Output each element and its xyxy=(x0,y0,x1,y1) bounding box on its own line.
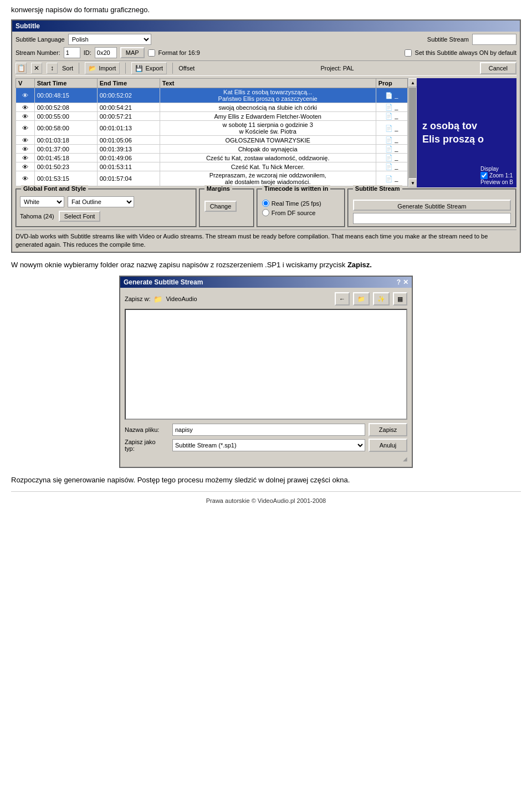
row-eye-cell: 👁 xyxy=(16,145,35,154)
cancel-button[interactable]: Cancel xyxy=(480,62,516,74)
font-style-dropdown[interactable]: Fat Outline xyxy=(68,196,134,207)
row-eye-cell: 👁 xyxy=(16,171,35,186)
grid-button[interactable]: ▦ xyxy=(393,292,407,306)
real-time-radio[interactable] xyxy=(262,200,269,207)
stream-section-legend: Subtitle Stream xyxy=(353,185,402,192)
back-button[interactable]: ← xyxy=(335,292,350,306)
table-row[interactable]: 👁00:01:45:1800:01:49:06Cześć tu Kat, zos… xyxy=(16,154,408,162)
row-end-time: 00:00:54:21 xyxy=(97,103,160,112)
table-row[interactable]: 👁00:00:52:0800:00:54:21swoją obecnością … xyxy=(16,103,408,112)
row-eye-cell: 👁 xyxy=(16,103,35,112)
row-prop: 📄 _ xyxy=(376,136,407,145)
timecode-section: Timecode is written in Real Time (25 fps… xyxy=(257,189,345,227)
export-button[interactable]: 💾 Export xyxy=(131,62,167,74)
subtitle-stream-section: Subtitle Stream Generate Subtitle Stream xyxy=(347,189,516,227)
df-source-option[interactable]: From DF source xyxy=(262,209,340,216)
row-text: Amy Ellis z Edwardem Fletcher-Wooten xyxy=(160,112,376,121)
table-row[interactable]: 👁00:00:58:0000:01:01:13w sobotę 11 sierp… xyxy=(16,121,408,136)
row-end-time: 00:01:53:11 xyxy=(97,162,160,171)
filetype-label: Zapisz jako typ: xyxy=(125,439,169,452)
page-content: konwersję napisów do formatu graficznego… xyxy=(0,0,532,521)
font-color-dropdown[interactable]: White xyxy=(20,196,64,207)
subtitle-window-body: Subtitle Language Polish Subtitle Stream… xyxy=(12,32,520,252)
df-source-radio[interactable] xyxy=(262,209,269,216)
gen-top-row: Zapisz w: 📁 VideoAudio ← 📁 ✨ ▦ xyxy=(125,292,407,306)
col-start: Start Time xyxy=(34,79,97,88)
filetype-dropdown[interactable]: Subtitle Stream (*.sp1) xyxy=(172,439,365,451)
row-start-time: 00:01:50:23 xyxy=(34,162,97,171)
para1-text: W nowym oknie wybieramy folder oraz nazw… xyxy=(11,261,347,269)
toolbar-row: 📋 ✕ ↕ Sort 📂 Import 💾 Export Offset Proj… xyxy=(16,60,516,76)
language-dropdown[interactable]: Polish xyxy=(68,34,151,45)
import-button[interactable]: 📂 Import xyxy=(85,62,120,74)
scroll-down-arrow[interactable]: ▼ xyxy=(408,179,417,187)
folder-value: VideoAudio xyxy=(166,296,197,302)
font-name-display: Tahoma (24) xyxy=(20,213,54,220)
id-field[interactable] xyxy=(95,47,117,58)
gen-title: Generate Subtitle Stream xyxy=(124,278,203,286)
stream-number-field[interactable] xyxy=(64,47,80,58)
sort-label: Sort xyxy=(62,65,73,72)
row-end-time: 00:01:39:13 xyxy=(97,145,160,154)
stream-number-row: Stream Number: ID: MAP Format for 16:9 S… xyxy=(16,47,516,58)
filename-row: Nazwa pliku: Zapisz xyxy=(125,423,407,436)
table-main: V Start Time End Time Text Prop 👁00:00:4… xyxy=(16,78,408,187)
font-controls: White Fat Outline xyxy=(20,196,192,207)
generate-button[interactable]: Generate Subtitle Stream xyxy=(353,200,511,211)
new-icon-button[interactable]: ✨ xyxy=(373,292,390,306)
scroll-up-arrow[interactable]: ▲ xyxy=(408,78,417,87)
sort-icon[interactable]: ↕ xyxy=(47,63,58,74)
toolbar-sep-2 xyxy=(125,63,126,74)
language-label: Subtitle Language xyxy=(16,36,65,43)
row-prop: 📄 _ xyxy=(376,145,407,154)
table-row[interactable]: 👁00:00:48:1500:00:52:02Kat Ellis z osobą… xyxy=(16,88,408,103)
display-label-text: Display xyxy=(480,166,513,172)
always-on-checkbox[interactable] xyxy=(405,49,412,57)
bottom-section: Global Font and Style White Fat Outline … xyxy=(16,189,516,227)
row-start-time: 00:00:48:15 xyxy=(34,88,97,103)
real-time-option[interactable]: Real Time (25 fps) xyxy=(262,200,340,207)
always-on-label: Set this Subtitle always ON by default xyxy=(415,49,516,56)
cancel-gen-button[interactable]: Anuluj xyxy=(369,439,407,452)
gen-body: Zapisz w: 📁 VideoAudio ← 📁 ✨ ▦ Nazwa pli… xyxy=(120,288,412,467)
id-label: ID: xyxy=(84,49,91,56)
gen-file-area xyxy=(125,309,407,420)
col-v: V xyxy=(16,79,35,88)
table-row[interactable]: 👁00:01:53:1500:01:57:04Przepraszam, że w… xyxy=(16,171,408,186)
row-prop: 📄 _ xyxy=(376,162,407,171)
table-row[interactable]: 👁00:01:37:0000:01:39:13Chłopak do wynaję… xyxy=(16,145,408,154)
row-text: Chłopak do wynajęcia xyxy=(160,145,376,154)
table-row[interactable]: 👁00:01:50:2300:01:53:11Cześć Kat. Tu Nic… xyxy=(16,162,408,171)
zoom-checkbox[interactable] xyxy=(480,172,488,179)
table-row[interactable]: 👁00:01:03:1800:01:05:06OGŁOSZENIA TOWARZ… xyxy=(16,136,408,145)
new-folder-button[interactable]: 📁 xyxy=(353,292,370,306)
row-text: Cześć tu Kat, zostaw wiadomość, oddzwoni… xyxy=(160,154,376,162)
stream-input[interactable] xyxy=(472,34,516,45)
close-icon[interactable]: ✕ xyxy=(403,278,408,286)
map-button[interactable]: MAP xyxy=(120,47,145,58)
table-row[interactable]: 👁00:00:55:0000:00:57:21Amy Ellis z Edwar… xyxy=(16,112,408,121)
row-prop: 📄 _ xyxy=(376,88,407,103)
change-button[interactable]: Change xyxy=(204,201,237,212)
filename-input[interactable] xyxy=(172,424,365,436)
format-checkbox[interactable] xyxy=(148,49,155,57)
preview-text-line1: z osobą tov xyxy=(422,120,477,133)
row-start-time: 00:00:58:00 xyxy=(34,121,97,136)
subtitle-table: V Start Time End Time Text Prop 👁00:00:4… xyxy=(16,78,408,186)
scrollbar[interactable]: ▲ ▼ xyxy=(408,78,417,187)
row-eye-cell: 👁 xyxy=(16,112,35,121)
intro-paragraph: konwersję napisów do formatu graficznego… xyxy=(11,6,521,14)
select-font-button[interactable]: Select Font xyxy=(59,211,101,222)
scroll-thumb[interactable] xyxy=(409,88,416,178)
copy-icon[interactable]: 📋 xyxy=(16,63,27,74)
save-button[interactable]: Zapisz xyxy=(369,423,407,436)
stream-output-field[interactable] xyxy=(353,213,511,224)
stream-number-label: Stream Number: xyxy=(16,49,60,56)
delete-icon[interactable]: ✕ xyxy=(31,63,42,74)
zoom-label: Zoom 1:1 xyxy=(489,172,513,179)
row-prop: 📄 _ xyxy=(376,103,407,112)
info-text: DVD-lab works with Subtitle streams like… xyxy=(16,230,516,250)
footer-text: Prawa autorskie © VideoAudio.pl 2001-200… xyxy=(206,497,326,504)
preview-text-line2: Elis proszą o xyxy=(422,133,484,146)
row-start-time: 00:01:37:00 xyxy=(34,145,97,154)
